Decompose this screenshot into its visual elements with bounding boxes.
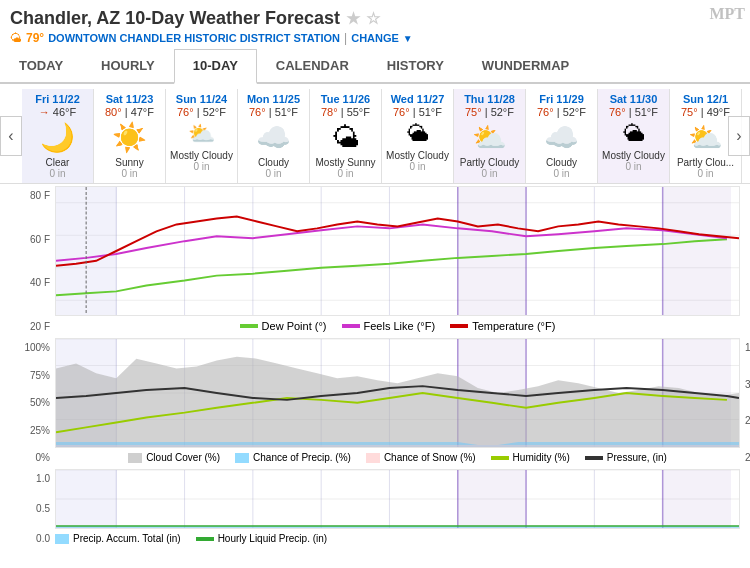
- day-date-2: Sun 11/24: [168, 93, 235, 105]
- forecast-day-8[interactable]: Sat 11/30 76° | 51°F 🌥 Mostly Cloudy 0 i…: [598, 89, 670, 183]
- header-subtitle: 🌤 79° DOWNTOWN CHANDLER HISTORIC DISTRIC…: [10, 31, 740, 45]
- pressure-label: Pressure, (in): [607, 452, 667, 463]
- forecast-prev-button[interactable]: ‹: [0, 116, 22, 156]
- precip-chance-label: Chance of Precip. (%): [253, 452, 351, 463]
- star-outline-icon[interactable]: ☆: [366, 9, 380, 28]
- day-precip-1: 0 in: [96, 168, 163, 179]
- tab-10day[interactable]: 10-DAY: [174, 49, 257, 84]
- sun-icon: 🌤: [10, 31, 22, 45]
- pressure-y-labels: 100.1 30.0 29.9 29.8: [742, 338, 750, 467]
- cloud-cover-color: [128, 453, 142, 463]
- precip-y-labels: 100% 75% 50% 25% 0%: [5, 338, 53, 467]
- pressure-label-2: 30.0: [745, 379, 750, 390]
- legend-snow-chance: Chance of Snow (%): [366, 452, 476, 463]
- forecast-day-3[interactable]: Mon 11/25 76° | 51°F ☁️ Cloudy 0 in: [238, 89, 310, 183]
- tab-wundermap[interactable]: WUNDERMAP: [463, 49, 588, 82]
- change-link[interactable]: CHANGE: [351, 32, 399, 44]
- precip-chart-container: 100% 75% 50% 25% 0% 100.1 30.0 29.9 29.8: [55, 338, 740, 467]
- y-label-25pct: 25%: [30, 425, 50, 436]
- day-date-4: Tue 11/26: [312, 93, 379, 105]
- feels-like-label: Feels Like (°F): [364, 320, 436, 332]
- precip-chart-svg: [55, 338, 740, 448]
- svg-rect-40: [56, 470, 116, 528]
- day-icon-2: ⛅: [168, 121, 235, 147]
- chevron-down-icon: ▼: [403, 33, 413, 44]
- dew-point-label: Dew Point (°): [262, 320, 327, 332]
- accum-y-labels: 1.0 0.5 0.0: [5, 469, 53, 548]
- temp-chart-legend: Dew Point (°) Feels Like (°F) Temperatur…: [55, 316, 740, 336]
- y-label-1: 1.0: [36, 473, 50, 484]
- day-date-7: Fri 11/29: [528, 93, 595, 105]
- day-date-6: Thu 11/28: [456, 93, 523, 105]
- station-name: DOWNTOWN CHANDLER HISTORIC DISTRICT STAT…: [48, 32, 340, 44]
- day-icon-6: ⛅: [456, 121, 523, 154]
- day-desc-9: Partly Clou...: [672, 157, 739, 168]
- y-label-0pct: 0%: [36, 452, 50, 463]
- day-precip-9: 0 in: [672, 168, 739, 179]
- day-precip-6: 0 in: [456, 168, 523, 179]
- temp-chart-svg: [55, 186, 740, 316]
- temp-chart-container: 80 F 60 F 40 F 20 F: [55, 186, 740, 336]
- snow-chance-label: Chance of Snow (%): [384, 452, 476, 463]
- star-icon[interactable]: ★: [346, 9, 360, 28]
- tab-calendar[interactable]: CALENDAR: [257, 49, 368, 82]
- precip-accum-label: Precip. Accum. Total (in): [73, 533, 181, 544]
- day-desc-3: Cloudy: [240, 157, 307, 168]
- forecast-days-container: Fri 11/22 → 46°F 🌙 Clear 0 in Sat 11/23 …: [22, 89, 728, 183]
- day-desc-1: Sunny: [96, 157, 163, 168]
- day-date-0: Fri 11/22: [24, 93, 91, 105]
- legend-humidity: Humidity (%): [491, 452, 570, 463]
- day-icon-1: ☀️: [96, 121, 163, 154]
- day-date-3: Mon 11/25: [240, 93, 307, 105]
- y-label-50pct: 50%: [30, 397, 50, 408]
- dew-point-color: [240, 324, 258, 328]
- svg-marker-34: [56, 357, 739, 447]
- day-temps-2: 76° | 52°F: [168, 106, 235, 118]
- precip-chart-legend: Cloud Cover (%) Chance of Precip. (%) Ch…: [55, 448, 740, 467]
- tab-history[interactable]: HISTORY: [368, 49, 463, 82]
- day-date-9: Sun 12/1: [672, 93, 739, 105]
- hourly-liquid-color: [196, 537, 214, 541]
- forecast-day-6[interactable]: Thu 11/28 75° | 52°F ⛅ Partly Cloudy 0 i…: [454, 89, 526, 183]
- legend-precip-chance: Chance of Precip. (%): [235, 452, 351, 463]
- tab-today[interactable]: TODAY: [0, 49, 82, 82]
- day-temps-3: 76° | 51°F: [240, 106, 307, 118]
- day-precip-2: 0 in: [168, 161, 235, 172]
- forecast-day-5[interactable]: Wed 11/27 76° | 51°F 🌥 Mostly Cloudy 0 i…: [382, 89, 454, 183]
- forecast-day-1[interactable]: Sat 11/23 80° | 47°F ☀️ Sunny 0 in: [94, 89, 166, 183]
- forecast-strip: ‹ Fri 11/22 → 46°F 🌙 Clear 0 in Sat 11/2…: [0, 89, 750, 184]
- legend-cloud-cover: Cloud Cover (%): [128, 452, 220, 463]
- svg-rect-46: [458, 470, 526, 528]
- snow-chance-color: [366, 453, 380, 463]
- day-date-5: Wed 11/27: [384, 93, 451, 105]
- y-label-100pct: 100%: [24, 342, 50, 353]
- current-temp: 79°: [26, 31, 44, 45]
- day-desc-5: Mostly Cloudy: [384, 150, 451, 161]
- precip-chance-color: [235, 453, 249, 463]
- day-temps-4: 78° | 55°F: [312, 106, 379, 118]
- day-icon-5: 🌥: [384, 121, 451, 147]
- forecast-next-button[interactable]: ›: [728, 116, 750, 156]
- day-icon-7: ☁️: [528, 121, 595, 154]
- forecast-day-7[interactable]: Fri 11/29 76° | 52°F ☁️ Cloudy 0 in: [526, 89, 598, 183]
- y-label-60: 60 F: [30, 234, 50, 245]
- separator: |: [344, 31, 347, 45]
- tab-hourly[interactable]: HOURLY: [82, 49, 174, 82]
- pressure-label-3: 29.9: [745, 415, 750, 426]
- day-desc-2: Mostly Cloudy: [168, 150, 235, 161]
- forecast-day-0[interactable]: Fri 11/22 → 46°F 🌙 Clear 0 in: [22, 89, 94, 183]
- day-desc-0: Clear: [24, 157, 91, 168]
- header: Chandler, AZ 10-Day Weather Forecast ★ ☆…: [0, 0, 750, 49]
- day-precip-7: 0 in: [528, 168, 595, 179]
- day-desc-7: Cloudy: [528, 157, 595, 168]
- y-label-80: 80 F: [30, 190, 50, 201]
- page-title: Chandler, AZ 10-Day Weather Forecast ★ ☆: [10, 8, 740, 29]
- forecast-day-2[interactable]: Sun 11/24 76° | 52°F ⛅ Mostly Cloudy 0 i…: [166, 89, 238, 183]
- temp-y-labels: 80 F 60 F 40 F 20 F: [5, 186, 53, 336]
- forecast-day-4[interactable]: Tue 11/26 78° | 55°F 🌤 Mostly Sunny 0 in: [310, 89, 382, 183]
- tabs-bar: TODAY HOURLY 10-DAY CALENDAR HISTORY WUN…: [0, 49, 750, 84]
- precip-accum-color: [55, 534, 69, 544]
- svg-rect-10: [458, 187, 526, 315]
- day-precip-5: 0 in: [384, 161, 451, 172]
- accum-chart-svg: [55, 469, 740, 529]
